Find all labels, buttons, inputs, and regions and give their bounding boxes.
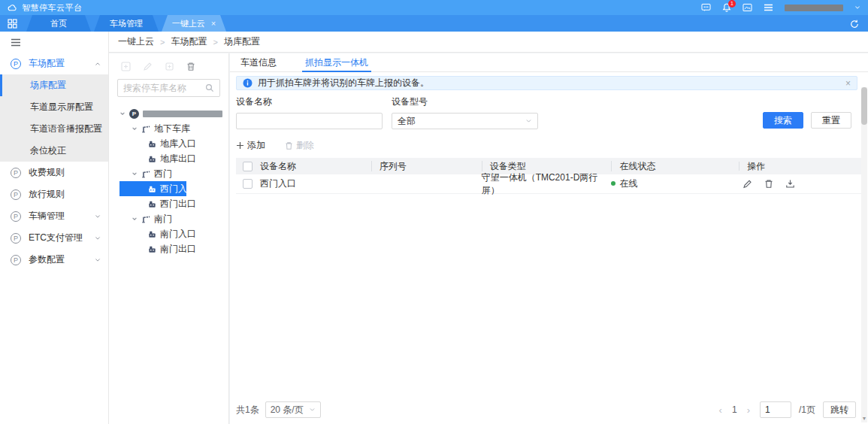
sidebar-subitem-lane-voice-config[interactable]: 车道语音播报配置 <box>0 118 108 140</box>
sidebar-item-release-rules[interactable]: P 放行规则 <box>0 183 108 205</box>
tree-node-south-gate-entry[interactable]: 南门入口 <box>109 226 228 241</box>
scrollbar-down-arrow[interactable]: ▼ <box>861 415 867 422</box>
tree-node-label: 南门出口 <box>160 243 196 256</box>
sidebar-subitem-garage-config[interactable]: 场库配置 <box>0 74 108 96</box>
scrollbar-thumb[interactable] <box>861 87 867 125</box>
header-serial: 序列号 <box>371 161 407 171</box>
cell-device-type: 守望一体机（TMC201-D两行屏） <box>482 171 612 197</box>
tree-node-west-gate-entry[interactable]: 西门入口 <box>119 181 186 196</box>
apps-grid-icon[interactable] <box>8 19 17 29</box>
breadcrumb-separator: > <box>213 38 217 47</box>
caret-down-icon[interactable] <box>132 171 138 177</box>
jump-button[interactable]: 跳转 <box>823 401 856 418</box>
tree-node-south-gate[interactable]: 南门 <box>109 211 228 226</box>
tree-node-basement-garage[interactable]: 地下车库 <box>109 121 228 136</box>
tab-home[interactable]: 首页 <box>26 15 91 32</box>
delete-device-button[interactable]: 删除 <box>285 139 314 152</box>
tab-capture-display-device[interactable]: 抓拍显示一体机 <box>305 53 368 72</box>
tree-node-west-gate[interactable]: 西门 <box>109 166 228 181</box>
tab-parking-management[interactable]: 车场管理 <box>94 15 159 32</box>
sidebar-item-etc-payment[interactable]: P ETC支付管理 <box>0 227 108 249</box>
menu-icon[interactable] <box>764 4 773 11</box>
tab-lane-info[interactable]: 车道信息 <box>240 53 277 72</box>
table-row[interactable]: 西门入口 守望一体机（TMC201-D两行屏） 在线 <box>236 174 862 194</box>
add-label: 添加 <box>247 139 265 152</box>
tab-one-key-cloud-label: 一键上云 <box>172 18 205 29</box>
tree-search-input[interactable] <box>123 83 202 93</box>
delete-label: 删除 <box>296 139 314 152</box>
tree-node-basement-exit[interactable]: 地库出口 <box>109 151 228 166</box>
breadcrumb-item[interactable]: 车场配置 <box>171 35 207 48</box>
caret-down-icon[interactable] <box>132 126 138 132</box>
reset-button[interactable]: 重置 <box>811 112 851 129</box>
page-number[interactable]: 1 <box>732 404 737 415</box>
message-icon[interactable] <box>701 3 711 12</box>
tree-node-label: 地库入口 <box>160 138 196 150</box>
row-checkbox[interactable] <box>243 179 253 189</box>
lane-device-icon <box>148 155 156 163</box>
user-dropdown-chevron-icon[interactable] <box>854 5 860 10</box>
left-sidebar: P 车场配置 场库配置 车道显示屏配置 车道语音播报配置 余位校正 P 收费规则… <box>0 32 109 424</box>
download-icon[interactable] <box>785 179 795 189</box>
total-count: 共1条 <box>236 404 259 416</box>
tab-one-key-cloud[interactable]: 一键上云 × <box>162 15 226 32</box>
table-toolbar: 添加 删除 <box>236 139 862 152</box>
close-tab-icon[interactable]: × <box>211 20 216 28</box>
device-name-input[interactable] <box>236 113 383 129</box>
jump-page-input[interactable] <box>760 401 791 418</box>
vertical-scrollbar[interactable]: ▼ <box>861 87 867 422</box>
sidebar-subitem-space-correction[interactable]: 余位校正 <box>0 140 108 162</box>
page-size-select[interactable]: 20 条/页 <box>265 401 321 418</box>
tree-node-basement-entry[interactable]: 地库入口 <box>109 136 228 151</box>
notification-bell-icon[interactable]: 1 <box>722 3 731 13</box>
sidebar-item-vehicle-management[interactable]: P 车辆管理 <box>0 205 108 227</box>
prev-page-icon[interactable]: ‹ <box>717 404 724 416</box>
tree-node-label: 西门出口 <box>160 198 196 210</box>
tree-node-south-gate-exit[interactable]: 南门出口 <box>109 241 228 256</box>
tree-node-label: 地下车库 <box>154 123 190 135</box>
header-actions: 操作 <box>739 162 765 171</box>
cell-device-name: 西门入口 <box>260 177 371 190</box>
delete-node-icon[interactable] <box>186 62 195 71</box>
tab-home-label: 首页 <box>50 18 67 29</box>
root-name-redacted <box>143 111 222 117</box>
close-icon[interactable]: × <box>845 79 851 88</box>
caret-down-icon[interactable] <box>132 216 138 222</box>
screen-icon[interactable] <box>742 3 752 12</box>
chevron-down-icon <box>95 258 101 262</box>
app-title: 智慧停车云平台 <box>22 2 83 14</box>
garage-tree: P 地下车库 地库入口 地库出口 西门 西门入口 西门出口 <box>109 106 228 256</box>
add-device-button[interactable]: 添加 <box>236 139 265 152</box>
device-model-select[interactable]: 全部 <box>392 113 538 129</box>
sidebar-collapse-icon[interactable] <box>0 32 108 47</box>
breadcrumb-item[interactable]: 一键上云 <box>118 35 154 48</box>
sidebar-item-parameter-config[interactable]: P 参数配置 <box>0 249 108 271</box>
sidebar-menu: P 车场配置 场库配置 车道显示屏配置 车道语音播报配置 余位校正 P 收费规则… <box>0 53 108 271</box>
cell-online-status: 在线 <box>611 177 739 190</box>
delete-icon[interactable] <box>764 179 773 189</box>
sidebar-item-parking-config[interactable]: P 车场配置 <box>0 53 108 74</box>
garage-tree-panel: P 地下车库 地库入口 地库出口 西门 西门入口 西门出口 <box>109 53 229 424</box>
notification-badge: 1 <box>728 0 736 8</box>
info-banner: 用于抓拍车牌并将识别的车牌上报的设备。 × <box>236 76 857 90</box>
device-name-label: 设备名称 <box>236 95 383 108</box>
chevron-up-icon <box>95 62 101 66</box>
online-status-dot <box>611 181 615 186</box>
sidebar-item-charging-rules[interactable]: P 收费规则 <box>0 162 108 183</box>
lane-device-icon <box>148 245 156 253</box>
sidebar-item-label: 放行规则 <box>29 188 65 201</box>
edit-icon[interactable] <box>742 179 752 189</box>
parking-root-icon: P <box>129 109 139 119</box>
sidebar-subitem-lane-display-config[interactable]: 车道显示屏配置 <box>0 96 108 118</box>
user-name-redacted[interactable] <box>785 5 843 11</box>
tree-node-west-gate-exit[interactable]: 西门出口 <box>109 196 228 211</box>
search-icon[interactable] <box>205 83 214 92</box>
tree-node-root[interactable]: P <box>109 106 228 121</box>
sidebar-submenu: 场库配置 车道显示屏配置 车道语音播报配置 余位校正 <box>0 74 108 162</box>
refresh-icon[interactable] <box>850 20 859 29</box>
select-all-checkbox[interactable] <box>243 162 253 171</box>
caret-down-icon[interactable] <box>119 111 126 117</box>
tree-node-label: 西门入口 <box>160 183 196 195</box>
search-button[interactable]: 搜索 <box>763 112 803 129</box>
next-page-icon[interactable]: › <box>745 404 752 416</box>
